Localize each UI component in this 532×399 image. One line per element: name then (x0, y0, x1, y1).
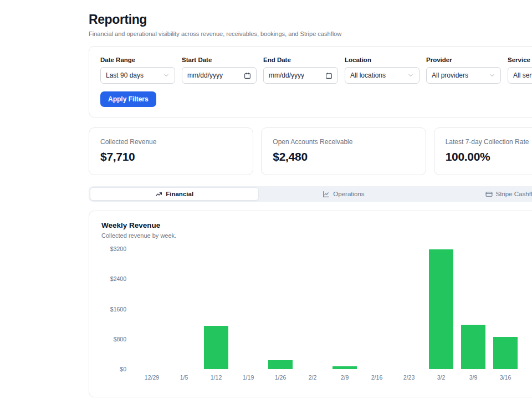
y-tick-label: $0 (120, 366, 126, 372)
chart-column: 3/16 (489, 249, 521, 369)
y-tick-label: $3200 (110, 245, 126, 252)
date-range-select[interactable]: Last 90 days (100, 67, 175, 84)
line-chart-icon (323, 191, 330, 198)
stat-value: $7,710 (100, 150, 242, 163)
chart-bar[interactable] (204, 326, 228, 369)
date-range-label: Date Range (100, 57, 175, 63)
stat-value: 100.00% (446, 150, 532, 163)
tab-financial[interactable]: Financial (90, 187, 259, 201)
x-tick-label: 1/19 (232, 374, 264, 381)
weekly-revenue-chart: $0$800$1600$2400$3200 12/291/51/121/191/… (101, 249, 532, 385)
provider-value: All providers (432, 71, 468, 79)
y-tick-label: $2400 (110, 275, 126, 282)
filter-field-start-date: Start Date mm/dd/yyyy (182, 57, 257, 84)
tab-stripe-cashflow[interactable]: Stripe Cashflow (428, 187, 532, 201)
start-date-value: mm/dd/yyyy (187, 71, 223, 79)
credit-card-icon (485, 191, 493, 198)
stat-label: Latest 7-day Collection Rate (446, 138, 532, 146)
x-tick-label: 2/9 (329, 374, 361, 381)
chart-column: 1/19 (232, 249, 264, 369)
x-tick-label: 1/26 (264, 374, 296, 381)
filter-field-end-date: End Date mm/dd/yyyy (263, 57, 338, 84)
weekly-revenue-card: Weekly Revenue Collected revenue by week… (89, 211, 532, 397)
end-date-value: mm/dd/yyyy (269, 71, 304, 79)
chart-bar[interactable] (268, 360, 293, 369)
chart-column: 3/23 (521, 249, 532, 369)
chevron-down-icon (163, 72, 170, 79)
provider-label: Provider (426, 57, 501, 63)
x-tick-label: 2/2 (296, 374, 329, 381)
chart-column: 1/5 (168, 249, 200, 369)
tab-label: Operations (333, 191, 364, 197)
service-label: Service (508, 57, 532, 63)
chart-column: 1/12 (200, 249, 232, 369)
x-tick-label: 2/16 (361, 374, 393, 381)
stat-label: Open Accounts Receivable (273, 138, 414, 146)
end-date-label: End Date (263, 57, 338, 63)
stat-value: $2,480 (273, 150, 414, 163)
reporting-page: Reporting Financial and operational visi… (89, 0, 532, 397)
trending-up-icon (155, 191, 162, 198)
stat-label: Collected Revenue (100, 138, 242, 146)
x-tick-label: 3/23 (521, 374, 532, 381)
service-value: All services (513, 71, 532, 79)
x-tick-label: 3/9 (457, 374, 489, 381)
provider-select[interactable]: All providers (426, 67, 501, 84)
chart-column: 2/2 (296, 249, 329, 369)
x-tick-label: 2/23 (393, 374, 425, 381)
y-tick-label: $800 (114, 336, 126, 342)
chart-column: 2/23 (393, 249, 425, 369)
filters-card: Date Range Last 90 days Start Date mm/dd… (89, 46, 532, 117)
chart-column: 1/26 (264, 249, 296, 369)
chart-bar[interactable] (429, 249, 453, 369)
calendar-icon[interactable] (325, 72, 332, 79)
service-select[interactable]: All services (508, 67, 532, 84)
end-date-input[interactable]: mm/dd/yyyy (263, 67, 338, 84)
start-date-label: Start Date (182, 57, 257, 63)
chart-y-axis: $0$800$1600$2400$3200 (101, 249, 132, 369)
chart-column: 2/16 (361, 249, 393, 369)
calendar-icon[interactable] (244, 72, 251, 79)
y-tick-label: $1600 (110, 306, 126, 313)
location-select[interactable]: All locations (345, 67, 420, 84)
start-date-input[interactable]: mm/dd/yyyy (182, 67, 257, 84)
tab-operations[interactable]: Operations (259, 187, 428, 201)
x-tick-label: 3/16 (489, 374, 521, 381)
location-value: All locations (350, 71, 386, 79)
stat-card-collection-rate: Latest 7-day Collection Rate 100.00% (434, 127, 532, 175)
tab-label: Financial (166, 191, 193, 197)
chevron-down-icon (407, 72, 414, 79)
chart-bar[interactable] (332, 366, 357, 369)
page-title: Reporting (89, 12, 532, 27)
chart-bar[interactable] (493, 337, 518, 369)
x-tick-label: 12/29 (136, 374, 168, 381)
chart-title: Weekly Revenue (101, 221, 532, 229)
chart-column: 12/29 (136, 249, 168, 369)
filter-field-service: Service All services (508, 57, 532, 84)
location-label: Location (345, 57, 420, 63)
tab-label: Stripe Cashflow (496, 191, 532, 197)
x-tick-label: 1/5 (168, 374, 200, 381)
stat-card-collected-revenue: Collected Revenue $7,710 (89, 127, 253, 175)
filter-field-date-range: Date Range Last 90 days (100, 57, 175, 84)
chart-bar[interactable] (461, 325, 485, 369)
date-range-value: Last 90 days (106, 71, 144, 79)
apply-filters-button[interactable]: Apply Filters (100, 91, 156, 107)
chart-plot: 12/291/51/121/191/262/22/92/162/233/23/9… (136, 249, 532, 369)
report-tabs: Financial Operations Stripe Cashflow (89, 186, 532, 202)
chart-column: 3/2 (425, 249, 457, 369)
chart-subtitle: Collected revenue by week. (101, 232, 532, 239)
page-subtitle: Financial and operational visibility acr… (89, 30, 532, 37)
chart-column: 2/9 (329, 249, 361, 369)
filter-field-provider: Provider All providers (426, 57, 501, 84)
stat-card-open-accounts-receivable: Open Accounts Receivable $2,480 (261, 127, 426, 175)
stat-cards: Collected Revenue $7,710 Open Accounts R… (89, 127, 532, 175)
chevron-down-icon (489, 72, 495, 79)
chart-column: 3/9 (457, 249, 489, 369)
x-tick-label: 3/2 (425, 374, 457, 381)
x-tick-label: 1/12 (200, 374, 232, 381)
filters-row: Date Range Last 90 days Start Date mm/dd… (100, 57, 532, 84)
filter-field-location: Location All locations (345, 57, 420, 84)
